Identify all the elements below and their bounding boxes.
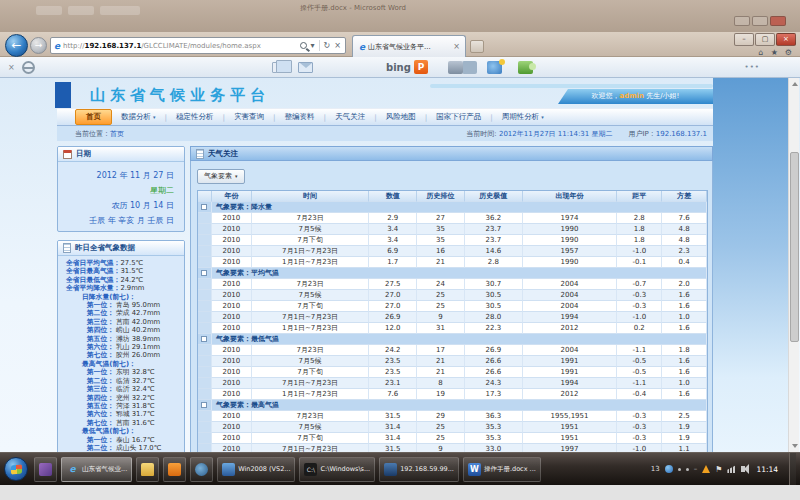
- checkbox[interactable]: [201, 204, 207, 210]
- scroll-down-icon[interactable]: [790, 441, 799, 451]
- address-bar[interactable]: e http://192.168.137.1/GLCCLIMATE/module…: [50, 37, 346, 54]
- folder-icon: [141, 463, 154, 476]
- taskbar-button-6[interactable]: Win2008 (VS2...: [217, 457, 295, 482]
- element-dropdown-button[interactable]: 气象要素▾: [197, 169, 245, 184]
- network-icon[interactable]: [727, 465, 736, 473]
- scrollbar-thumb[interactable]: [790, 152, 799, 342]
- checkbox[interactable]: [201, 336, 207, 342]
- table-row[interactable]: 20101月1日~7月23日12.03122.320120.21.6: [198, 323, 707, 334]
- nav-item-8[interactable]: 国家下行产品: [427, 112, 490, 122]
- scroll-up-icon[interactable]: [790, 79, 799, 89]
- alert-shield-icon[interactable]: [702, 465, 710, 473]
- chevron-down-icon: ▾: [235, 173, 238, 179]
- home-icon[interactable]: ⌂: [759, 48, 764, 57]
- table-row[interactable]: 20107月1日~7月23日6.91614.61957-1.02.3: [198, 246, 707, 257]
- back-button[interactable]: ←: [5, 34, 28, 57]
- tray-collapse-icon[interactable]: –: [694, 465, 698, 473]
- people-icon[interactable]: [518, 61, 533, 74]
- table-row[interactable]: 20107月5候3.43523.719901.84.8: [198, 224, 707, 235]
- table-cell: -0.3: [617, 290, 662, 301]
- table-row[interactable]: 20107月1日~7月23日26.9928.01994-1.01.0: [198, 312, 707, 323]
- minimize-button[interactable]: –: [734, 33, 754, 46]
- bing-badge-icon[interactable]: P: [414, 60, 428, 74]
- rank-label: 第二位：: [87, 444, 114, 452]
- table-cell: -0.3: [617, 433, 662, 444]
- table-row[interactable]: 20107月下旬23.52126.61991-0.51.6: [198, 367, 707, 378]
- table-row[interactable]: 20107月下旬3.43523.719901.84.8: [198, 235, 707, 246]
- toolbar-close-icon[interactable]: ×: [8, 63, 15, 72]
- tray-app-icon[interactable]: [665, 465, 673, 473]
- clock[interactable]: 11:14: [750, 465, 784, 474]
- nav-item-1[interactable]: 首页: [75, 109, 112, 125]
- nav-item-5[interactable]: 整编资料: [276, 112, 324, 122]
- table-row[interactable]: 20107月23日24.21726.92004-1.11.8: [198, 345, 707, 356]
- taskbar-button-3[interactable]: [136, 457, 159, 482]
- table-cell: 2004: [523, 279, 618, 290]
- mail-icon[interactable]: [298, 62, 313, 73]
- tray-dot-icon[interactable]: [686, 468, 689, 471]
- nav-item-6[interactable]: 天气关注: [326, 112, 374, 122]
- bing-logo[interactable]: bing: [386, 62, 411, 73]
- show-desktop-button[interactable]: [789, 453, 796, 486]
- search-icon[interactable]: [300, 42, 307, 49]
- camera-icon[interactable]: [448, 61, 463, 74]
- nav-item-9[interactable]: 周期性分析▾: [493, 112, 553, 122]
- background-window-title: 操作手册.docx - Microsoft Word: [300, 3, 406, 13]
- gear-icon[interactable]: ⚙: [785, 48, 792, 57]
- more-options-icon[interactable]: •••: [745, 63, 760, 71]
- background-close-button[interactable]: [770, 16, 786, 26]
- table-row[interactable]: 20107月23日2.92736.219742.87.6: [198, 213, 707, 224]
- sparkle-icon[interactable]: [487, 61, 502, 74]
- favorites-star-icon[interactable]: ★: [771, 48, 778, 57]
- background-maximize-button[interactable]: [752, 16, 768, 26]
- table-cell: 1.8: [617, 235, 662, 246]
- taskbar-button-5[interactable]: [190, 457, 213, 482]
- taskbar-button-8[interactable]: 192.168.59.99...: [379, 457, 459, 482]
- checkbox[interactable]: [201, 402, 207, 408]
- browser-tab[interactable]: e 山东省气候业务平... ×: [352, 35, 466, 57]
- taskbar-button-7[interactable]: C:\C:\Windows\s...: [299, 457, 375, 482]
- table-row[interactable]: 20107月1日~7月23日31.5933.01997-1.01.1: [198, 444, 707, 452]
- action-center-flag-icon[interactable]: ⚑: [715, 465, 722, 474]
- nav-item-7[interactable]: 风险地图: [377, 112, 425, 122]
- table-row[interactable]: 20107月5候31.42535.31951-0.31.9: [198, 422, 707, 433]
- table-cell: 2010: [212, 367, 252, 378]
- cards-icon[interactable]: [272, 62, 286, 73]
- nav-item-3[interactable]: 稳定性分析: [167, 112, 223, 122]
- search-caret-icon[interactable]: ▾: [311, 41, 315, 50]
- taskbar-button-9[interactable]: W操作手册.docx ...: [463, 457, 541, 482]
- table-row[interactable]: 20101月1日~7月23日1.7212.81990-0.10.4: [198, 257, 707, 268]
- table-row[interactable]: 20107月下旬27.02530.52004-0.31.6: [198, 301, 707, 312]
- table-row[interactable]: 20107月5候23.52126.61991-0.51.6: [198, 356, 707, 367]
- table-row[interactable]: 20107月5候27.02530.52004-0.31.6: [198, 290, 707, 301]
- maximize-button[interactable]: ▢: [755, 33, 775, 46]
- taskbar-button-4[interactable]: [163, 457, 186, 482]
- tray-dot-icon[interactable]: [678, 468, 681, 471]
- privacy-icon[interactable]: [22, 61, 35, 74]
- table-cell: 23.7: [465, 235, 523, 246]
- taskbar-button-1[interactable]: [34, 457, 57, 482]
- checkbox[interactable]: [201, 270, 207, 276]
- background-minimize-button[interactable]: [734, 16, 750, 26]
- forward-button[interactable]: →: [30, 37, 47, 54]
- start-button[interactable]: [4, 457, 28, 481]
- nav-item-4[interactable]: 灾害查询: [225, 112, 273, 122]
- summary-label: 全省日最低气温：: [66, 276, 120, 284]
- volume-icon[interactable]: [741, 466, 745, 472]
- username: admin: [620, 92, 644, 100]
- table-row[interactable]: 20101月1日~7月23日7.61917.32012-0.41.6: [198, 389, 707, 400]
- table-row[interactable]: 20107月23日31.52936.31955,1951-0.32.5: [198, 411, 707, 422]
- tab-close-icon[interactable]: ×: [451, 42, 462, 51]
- close-button[interactable]: ×: [776, 33, 796, 46]
- stop-icon[interactable]: ×: [334, 41, 341, 50]
- vertical-scrollbar[interactable]: [788, 78, 799, 452]
- table-row[interactable]: 20107月下旬31.42535.31951-0.31.9: [198, 433, 707, 444]
- taskbar-button-2[interactable]: e山东省气候业...: [61, 457, 132, 482]
- table-row[interactable]: 20107月1日~7月23日23.1824.31994-1.11.0: [198, 378, 707, 389]
- new-tab-button[interactable]: [470, 40, 484, 53]
- table-cell: 2004: [523, 290, 618, 301]
- nav-item-2[interactable]: 数据分析▾: [112, 112, 165, 122]
- table-row[interactable]: 20107月23日27.52430.72004-0.72.0: [198, 279, 707, 290]
- rank-value: 东明 32.8℃: [116, 368, 176, 376]
- refresh-icon[interactable]: ↻: [324, 41, 331, 50]
